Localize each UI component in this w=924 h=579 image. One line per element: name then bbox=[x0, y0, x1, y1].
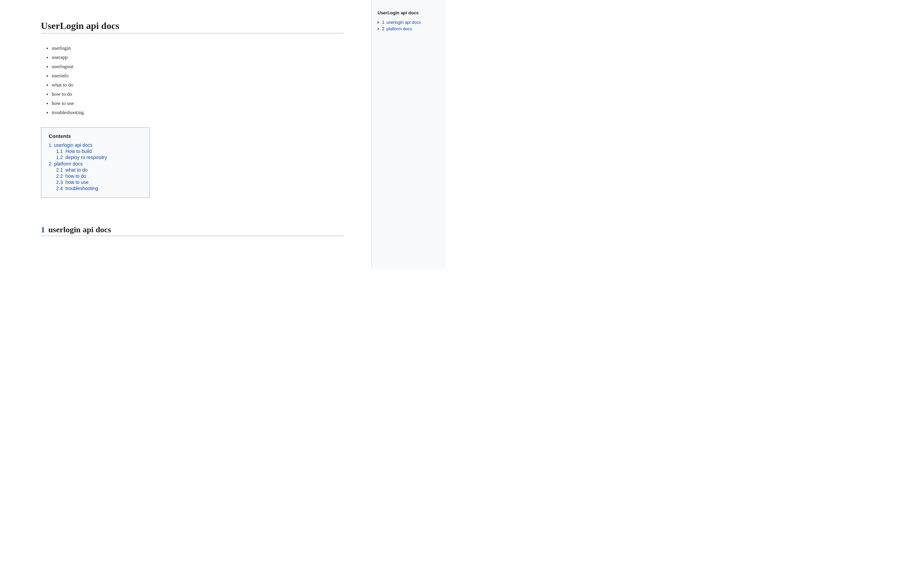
contents-item: 1 userlogin api docs1.1 How to build1.2 … bbox=[49, 142, 142, 160]
contents-sub-item: 2.1 what to do bbox=[56, 167, 142, 173]
bullet-item: how to do bbox=[52, 90, 344, 99]
bottom-section-label: userlogin api docs bbox=[48, 225, 111, 234]
bullet-item: what to do bbox=[52, 80, 344, 90]
bullet-item: userapp bbox=[52, 53, 344, 62]
contents-sub-link[interactable]: 1.2 deploy ro respositry bbox=[56, 155, 107, 160]
sidebar-item-num: 1 bbox=[382, 20, 384, 25]
contents-num: 1 bbox=[49, 142, 51, 148]
sidebar: UserLogin api docs 1 userlogin api docs2… bbox=[371, 0, 446, 269]
sidebar-nav-item: 2 platform docs bbox=[377, 26, 440, 31]
contents-list: 1 userlogin api docs1.1 How to build1.2 … bbox=[49, 142, 142, 191]
sidebar-item-num: 2 bbox=[382, 26, 384, 31]
contents-sub-num: 2.2 bbox=[56, 173, 63, 179]
sidebar-item-link[interactable]: platform docs bbox=[387, 26, 412, 31]
chevron-icon bbox=[377, 28, 380, 30]
contents-sub-link[interactable]: 2.3 how to use bbox=[56, 180, 88, 185]
main-content: UserLogin api docs userloginuserappuserl… bbox=[0, 0, 371, 269]
contents-sub-link[interactable]: 2.2 how to do bbox=[56, 173, 86, 179]
contents-sub-link[interactable]: 2.1 what to do bbox=[56, 167, 88, 173]
bottom-section-heading: 1 userlogin api docs bbox=[41, 225, 344, 236]
page-title: UserLogin api docs bbox=[41, 20, 344, 33]
sidebar-item-link[interactable]: userlogin api docs bbox=[387, 20, 421, 25]
contents-sub-link[interactable]: 2.4 troubleshooting bbox=[56, 186, 98, 191]
contents-num: 2 bbox=[49, 161, 51, 167]
contents-title: Contents bbox=[49, 133, 142, 139]
bullet-item: userlogout bbox=[52, 62, 344, 71]
contents-sub-link[interactable]: 1.1 How to build bbox=[56, 149, 91, 154]
contents-sub-num: 1.2 bbox=[56, 155, 63, 160]
bullet-item: userinfo bbox=[52, 71, 344, 80]
bullet-item: userlogin bbox=[52, 44, 344, 53]
sidebar-nav: 1 userlogin api docs2 platform docs bbox=[377, 20, 440, 31]
contents-sub-list: 2.1 what to do2.2 how to do2.3 how to us… bbox=[56, 167, 142, 191]
contents-sub-item: 1.1 How to build bbox=[56, 149, 142, 154]
sidebar-nav-item: 1 userlogin api docs bbox=[377, 20, 440, 25]
bullet-item: how to use bbox=[52, 99, 344, 108]
contents-sub-item: 2.2 how to do bbox=[56, 173, 142, 179]
sidebar-title: UserLogin api docs bbox=[377, 10, 440, 15]
contents-sub-num: 2.1 bbox=[56, 167, 63, 173]
contents-link[interactable]: 1 userlogin api docs bbox=[49, 142, 93, 148]
chevron-icon bbox=[377, 21, 380, 24]
contents-sub-item: 2.4 troubleshooting bbox=[56, 186, 142, 191]
contents-link[interactable]: 2 platform docs bbox=[49, 161, 83, 167]
bullet-list: userloginuserappuserlogoutuserinfowhat t… bbox=[52, 44, 344, 117]
contents-sub-num: 2.4 bbox=[56, 186, 63, 191]
contents-sub-num: 2.3 bbox=[56, 180, 63, 185]
contents-sub-item: 1.2 deploy ro respositry bbox=[56, 155, 142, 160]
bottom-section-num: 1 bbox=[41, 225, 45, 234]
bullet-item: troubleshooting bbox=[52, 108, 344, 117]
contents-sub-item: 2.3 how to use bbox=[56, 180, 142, 185]
contents-box: Contents 1 userlogin api docs1.1 How to … bbox=[41, 128, 150, 198]
contents-sub-num: 1.1 bbox=[56, 149, 63, 154]
contents-sub-list: 1.1 How to build1.2 deploy ro respositry bbox=[56, 149, 142, 160]
contents-item: 2 platform docs2.1 what to do2.2 how to … bbox=[49, 161, 142, 191]
